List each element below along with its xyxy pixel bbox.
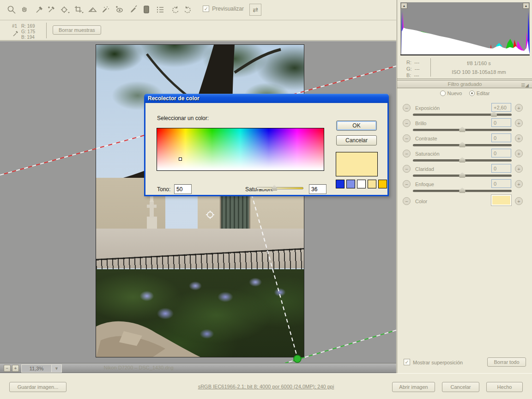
clarity-slider[interactable] [413,175,512,177]
sampler-crosshair-icon [206,211,214,219]
rotate-left-icon[interactable] [169,4,181,16]
contrast-increase-button[interactable]: + [515,134,523,142]
crop-tool-icon[interactable] [73,4,85,16]
slider-row-exposure: − Exposición + [397,103,532,118]
footer: Guardar imagen... sRGB IEC61966-2.1; bit… [0,373,532,399]
slider-row-saturation: − Saturación + [397,148,532,163]
color-increase-button[interactable]: + [515,197,523,205]
clarity-label: Claridad [415,166,434,172]
color-sampler-tool-icon[interactable] [45,4,57,16]
workflow-options-link[interactable]: sRGB IEC61966-2.1; bit 8; 4000 por 6000 … [198,384,334,389]
sharpness-decrease-button[interactable]: − [403,180,411,188]
saturation-slider[interactable] [413,159,512,162]
preset-swatch-gold[interactable] [378,180,387,188]
brightness-increase-button[interactable]: + [515,119,523,127]
slider-row-sharpness: − Enfoque + [397,179,532,194]
footer-cancel-button[interactable]: Cancelar [442,382,479,392]
red-eye-removal-tool-icon[interactable] [114,4,126,16]
saturation-slider-track [256,187,303,189]
preset-swatch-yellow[interactable] [368,180,376,188]
radio-edit-label: Editar [477,91,490,96]
brightness-slider[interactable] [413,129,512,131]
sharpness-label: Enfoque [415,181,434,187]
dialog-body: Seleccionar un color: Tono: Saturación: … [144,103,389,196]
dialog-titlebar[interactable]: Recolector de color [144,94,389,103]
divider [46,23,47,38]
contrast-slider[interactable] [413,144,512,146]
adjustments-panel: ▲ ▲ R: --- G: --- B: --- f/8 [397,0,532,373]
contrast-input[interactable] [491,133,511,142]
image-canvas[interactable] [0,41,396,363]
zoom-tool-icon[interactable] [6,4,18,16]
clarity-input[interactable] [491,164,511,173]
exposure-increase-button[interactable]: + [515,104,523,112]
preferences-tool-icon[interactable] [154,4,166,16]
clear-samples-button[interactable]: Borrar muestras [53,25,101,35]
color-gradient-field[interactable] [157,128,324,171]
preview-label: Previsualizar [212,6,244,12]
radio-new-label: Nuevo [447,91,462,96]
hue-label: Tono: [157,186,170,193]
eyedropper-icon [12,30,19,39]
preset-swatch-purple[interactable] [346,180,355,188]
select-color-label: Seleccionar un color: [157,115,209,121]
histogram: ▲ ▲ [400,2,530,55]
targeted-adjustment-tool-icon[interactable] [59,4,71,16]
white-balance-tool-icon[interactable] [33,4,45,16]
color-decrease-button[interactable]: − [403,197,411,205]
selected-color-preview [336,152,378,176]
brightness-input[interactable] [491,118,511,127]
preset-swatch-blue[interactable] [336,180,345,188]
exposure-decrease-button[interactable]: − [403,104,411,112]
canvas-status-bar: − + 11,3% ▼ Nikon D7200 – DSC_1430.dng [0,363,396,373]
exif-iso-lens: ISO 100 18-105a18 mm [435,69,523,75]
color-selection-marker[interactable] [179,157,182,161]
rotate-right-icon[interactable] [182,4,194,16]
preset-swatch-white[interactable] [357,180,366,188]
straighten-tool-icon[interactable] [87,4,99,16]
sharpness-input[interactable] [491,179,511,188]
filter-color-swatch[interactable] [491,195,511,206]
exposure-slider[interactable] [413,114,512,116]
preview-checkbox[interactable]: ✓ [203,6,209,12]
clarity-increase-button[interactable]: + [515,165,523,173]
slider-row-clarity: − Claridad + [397,163,532,179]
brightness-label: Brillo [415,121,426,126]
graduated-filter-tool-icon[interactable] [140,4,152,16]
spot-removal-tool-icon[interactable] [100,4,112,16]
camera-raw-window: ✓ Previsualizar ⇄ #1 R: 169 G: 175 B: 19… [0,0,532,399]
rgb-readout: R: --- G: --- B: --- [406,59,420,79]
sharpness-slider[interactable] [413,190,512,192]
hue-input[interactable] [174,184,192,194]
color-label: Color [415,199,427,204]
saturation-input[interactable] [491,149,511,157]
toggle-fullscreen-icon[interactable]: ⇄ [249,4,261,16]
clarity-decrease-button[interactable]: − [403,165,411,173]
saturation-slider[interactable] [256,185,303,191]
saturation-slider-thumb[interactable] [272,185,277,191]
hand-tool-icon[interactable] [18,4,30,16]
show-overlay-checkbox[interactable]: ✓ [404,359,410,365]
gradient-end-handle [294,355,301,363]
saturation-decrease-button[interactable]: − [403,150,411,157]
panel-menu-icon[interactable]: ☰◢ [521,82,529,89]
radio-edit[interactable] [469,91,475,96]
saturation-label: Saturación [415,151,440,157]
sharpness-increase-button[interactable]: + [515,180,523,188]
slider-row-brightness: − Brillo + [397,118,532,133]
toolbar: ✓ Previsualizar ⇄ [0,0,396,20]
exposure-input[interactable] [491,103,511,112]
contrast-decrease-button[interactable]: − [403,134,411,142]
exposure-label: Exposición [415,105,440,111]
radio-new[interactable] [440,91,446,96]
ok-button[interactable]: OK [336,121,377,131]
brightness-decrease-button[interactable]: − [403,119,411,127]
open-image-button[interactable]: Abrir imagen [392,382,435,392]
saturation-increase-button[interactable]: + [515,150,523,157]
divider [430,58,431,77]
adjustment-brush-tool-icon[interactable] [127,4,139,16]
cancel-button[interactable]: Cancelar [336,135,377,145]
clear-all-button[interactable]: Borrar todo [487,357,526,367]
saturation-input[interactable] [309,184,326,194]
done-button[interactable]: Hecho [486,382,523,392]
